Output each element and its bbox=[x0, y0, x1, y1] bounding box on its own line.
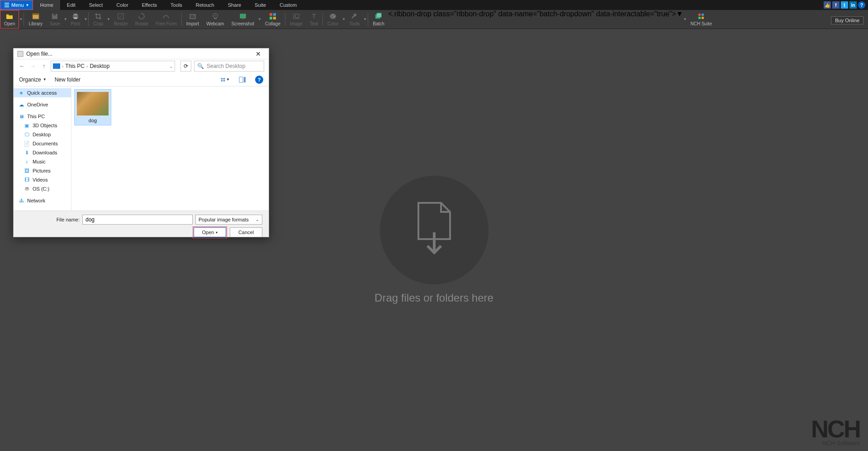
breadcrumb[interactable]: › This PC › Desktop ⌄ bbox=[51, 61, 175, 72]
open-dropdown[interactable]: ▼ bbox=[19, 17, 23, 21]
newfolder-button[interactable]: New folder bbox=[55, 77, 81, 83]
image-button[interactable]: Image bbox=[286, 10, 306, 29]
screenshot-dropdown[interactable]: ▼ bbox=[258, 17, 261, 21]
print-dropdown[interactable]: ▼ bbox=[84, 17, 87, 21]
rotate-icon bbox=[138, 12, 146, 20]
sidebar-item-music[interactable]: ♪Music bbox=[14, 157, 71, 166]
app-icon bbox=[17, 51, 24, 57]
tab-tools[interactable]: Tools bbox=[164, 0, 189, 10]
svg-rect-1 bbox=[33, 14, 39, 15]
save-dropdown[interactable]: ▼ bbox=[64, 17, 67, 21]
svg-rect-16 bbox=[270, 17, 272, 19]
sidebar-item-documents[interactable]: 📄Documents bbox=[14, 139, 71, 148]
svg-point-21 bbox=[330, 14, 336, 19]
tools-dropdown[interactable]: ▼ bbox=[363, 17, 367, 21]
image-icon bbox=[292, 12, 300, 20]
file-area[interactable]: dog bbox=[71, 86, 269, 211]
menu-button[interactable]: Menu ▼ bbox=[0, 0, 33, 10]
chevron-down-icon: ⌄ bbox=[256, 217, 259, 222]
tab-effects[interactable]: Effects bbox=[135, 0, 164, 10]
preview-button[interactable] bbox=[238, 75, 247, 84]
tab-share[interactable]: Share bbox=[221, 0, 248, 10]
sidebar-item-pictures[interactable]: 🖼Pictures bbox=[14, 166, 71, 175]
back-button[interactable]: ← bbox=[18, 63, 26, 69]
batch-button[interactable]: Batch bbox=[369, 10, 388, 29]
svg-point-8 bbox=[194, 15, 194, 16]
tab-retouch[interactable]: Retouch bbox=[189, 0, 221, 10]
close-button[interactable]: ✕ bbox=[251, 49, 265, 59]
resize-icon bbox=[117, 12, 125, 20]
forward-button[interactable]: → bbox=[29, 63, 37, 69]
chevron-down-icon[interactable]: ⌄ bbox=[169, 64, 173, 69]
nchsuite-button[interactable]: NCH Suite bbox=[687, 10, 715, 29]
import-button[interactable]: Import bbox=[183, 10, 203, 29]
crop-button[interactable]: Crop bbox=[90, 10, 107, 29]
svg-rect-17 bbox=[273, 17, 276, 19]
crop-dropdown[interactable]: ▼ bbox=[107, 17, 110, 21]
sidebar-item-network[interactable]: 🖧Network bbox=[14, 196, 71, 205]
search-icon: 🔍 bbox=[197, 63, 204, 69]
help-icon[interactable]: ? bbox=[858, 1, 865, 9]
up-button[interactable]: ↑ bbox=[40, 63, 48, 69]
sidebar-item-downloads[interactable]: ⬇Downloads bbox=[14, 148, 71, 157]
screenshot-icon bbox=[239, 12, 247, 20]
drop-zone[interactable]: Drag files or folders here bbox=[375, 176, 493, 304]
open-icon bbox=[5, 12, 14, 20]
refresh-icon: ⟳ bbox=[184, 63, 188, 69]
collage-button[interactable]: Collage bbox=[261, 10, 284, 29]
svg-text:T: T bbox=[312, 13, 316, 20]
sidebar-item-videos[interactable]: 🎞Videos bbox=[14, 175, 71, 184]
print-button[interactable]: Print bbox=[67, 10, 84, 29]
twitter-icon[interactable]: t bbox=[841, 1, 848, 9]
color-dropdown[interactable]: ▼ bbox=[342, 17, 346, 21]
library-button[interactable]: Library bbox=[25, 10, 46, 29]
svg-rect-27 bbox=[698, 14, 701, 16]
svg-rect-26 bbox=[377, 13, 381, 17]
freeform-icon bbox=[162, 12, 170, 20]
tab-home[interactable]: Home bbox=[33, 0, 60, 10]
buy-online-button[interactable]: Buy Online bbox=[831, 16, 863, 24]
sidebar-item-quickaccess[interactable]: ★Quick access bbox=[14, 88, 71, 97]
view-button[interactable]: ▼ bbox=[221, 75, 230, 84]
breadcrumb-pc[interactable]: This PC bbox=[65, 63, 85, 69]
tools-button[interactable]: Tools bbox=[346, 10, 363, 29]
batch-dropdown[interactable]: ▼ bbox=[683, 17, 687, 21]
rotate-button[interactable]: Rotate bbox=[132, 10, 152, 29]
videos-icon: 🎞 bbox=[24, 177, 30, 183]
search-placeholder: Search Desktop bbox=[207, 63, 245, 69]
sidebar-item-desktop[interactable]: 🖵Desktop bbox=[14, 130, 71, 139]
webcam-icon bbox=[211, 12, 219, 20]
help-icon[interactable]: ? bbox=[255, 76, 263, 84]
sidebar-item-3dobjects[interactable]: ▣3D Objects bbox=[14, 121, 71, 130]
resize-button[interactable]: Resize bbox=[110, 10, 132, 29]
save-button[interactable]: Save bbox=[46, 10, 64, 29]
open-button[interactable]: Open▾ bbox=[194, 227, 226, 237]
text-button[interactable]: T Text bbox=[306, 10, 322, 29]
cancel-button[interactable]: Cancel bbox=[230, 227, 262, 237]
organize-button[interactable]: Organize ▼ bbox=[19, 77, 47, 83]
open-button[interactable]: Open bbox=[0, 10, 19, 29]
tab-select[interactable]: Select bbox=[82, 0, 110, 10]
tab-color[interactable]: Color bbox=[109, 0, 135, 10]
tab-suite[interactable]: Suite bbox=[248, 0, 273, 10]
tab-edit[interactable]: Edit bbox=[60, 0, 82, 10]
linkedin-icon[interactable]: in bbox=[849, 1, 857, 9]
tab-custom[interactable]: Custom bbox=[273, 0, 304, 10]
breadcrumb-desktop[interactable]: Desktop bbox=[90, 63, 109, 69]
freeform-button[interactable]: Free Form bbox=[152, 10, 180, 29]
refresh-button[interactable]: ⟳ bbox=[180, 61, 191, 72]
svg-rect-2 bbox=[53, 14, 56, 15]
file-item-dog[interactable]: dog bbox=[74, 89, 111, 125]
thumbs-up-icon[interactable]: 👍 bbox=[824, 1, 831, 9]
webcam-button[interactable]: Webcam bbox=[203, 10, 228, 29]
facebook-icon[interactable]: f bbox=[832, 1, 840, 9]
search-box[interactable]: 🔍 Search Desktop bbox=[194, 61, 264, 72]
sidebar-item-onedrive[interactable]: ☁OneDrive bbox=[14, 100, 71, 109]
screenshot-button[interactable]: Screenshot bbox=[228, 10, 258, 29]
filetype-select[interactable]: Popular image formats ⌄ bbox=[195, 215, 262, 225]
filename-input[interactable] bbox=[82, 215, 193, 225]
svg-rect-32 bbox=[221, 78, 223, 79]
colortool-button[interactable]: Color bbox=[324, 10, 342, 29]
sidebar-item-osc[interactable]: ⛃OS (C:) bbox=[14, 184, 71, 193]
sidebar-item-thispc[interactable]: 🖥This PC bbox=[14, 112, 71, 121]
